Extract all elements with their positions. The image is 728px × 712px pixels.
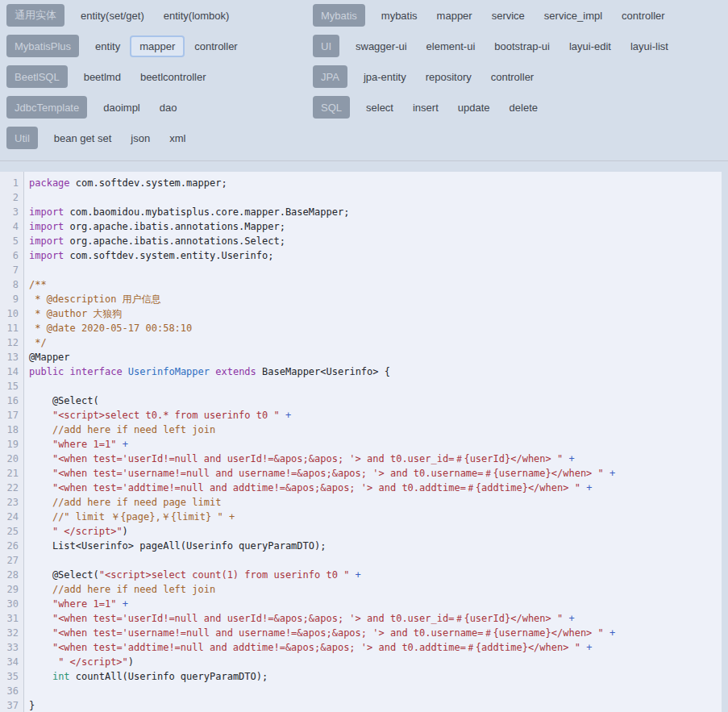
code-token: @Mapper [29,352,70,363]
template-option-mybatis[interactable]: mybatis [372,5,427,27]
code-token: + [568,453,574,464]
template-option-mapper[interactable]: mapper [427,5,482,27]
code-token [116,439,122,450]
code-token: "<when test='addtime!=null and addtime!=… [52,482,580,493]
line-number: 5 [0,234,19,248]
code-line [29,190,722,205]
line-number: 23 [0,495,19,510]
code-line: * @date 2020-05-17 00:58:10 [29,321,722,335]
template-group-util: Utilbean get setjsonxml [6,127,313,149]
line-number: 13 [0,350,19,364]
template-group-mybatisplus: MybatisPlusentitymappercontroller [6,35,313,57]
code-token: + [123,439,128,450]
code-token: /** [29,279,47,290]
template-option-jpa-entity[interactable]: jpa-entity [354,66,416,88]
template-option-bootstrap-ui[interactable]: bootstrap-ui [485,35,560,57]
line-number: 30 [0,597,19,611]
code-line [29,379,722,393]
code-token [29,439,52,450]
template-option-element-ui[interactable]: element-ui [417,35,485,57]
code-token: interface [70,366,123,377]
group-label-button-util[interactable]: Util [6,127,38,149]
tag-panel: 通用实体entity(set/get)entity(lombok)Mybatis… [0,0,728,149]
template-option-select[interactable]: select [356,97,403,119]
line-number: 18 [0,423,19,437]
code-token: int [52,671,70,682]
code-token: + [586,642,592,653]
code-token: "<script>select t0.* from userinfo t0 " [52,410,280,421]
code-token [280,410,285,421]
line-number: 2 [0,190,19,205]
template-option-repository[interactable]: repository [416,66,481,88]
template-option-mapper[interactable]: mapper [130,35,185,57]
code-line: * @author 大狼狗 [29,306,722,321]
code-token: + [568,613,574,624]
code-token: //add here if need left join [52,584,215,595]
template-option-delete[interactable]: delete [500,97,547,119]
line-number: 14 [0,364,19,379]
code-editor[interactable]: 1234567891011121314151617181920212223242… [0,172,722,712]
group-label-button-通用实体[interactable]: 通用实体 [6,4,64,27]
code-line: @Mapper [29,350,722,364]
code-line: "<when test='username!=null and username… [29,626,722,640]
code-token: @Select( [29,569,99,581]
template-group-sql: SQLselectinsertupdatedelete [313,96,728,119]
template-option-beetlcontroller[interactable]: beetlcontroller [131,66,216,88]
line-number: 10 [0,306,19,321]
line-number: 1 [0,176,19,190]
template-option-controller[interactable]: controller [612,5,674,27]
template-option-bean-get-set[interactable]: bean get set [44,127,122,149]
template-option-layui-edit[interactable]: layui-edit [560,35,621,57]
group-label-button-jpa[interactable]: JPA [313,65,347,88]
code-area[interactable]: package com.softdev.system.mapper;import… [24,172,722,712]
template-option-swagger-ui[interactable]: swagger-ui [346,35,417,57]
code-token: "<script>select count(1) from userinfo t… [99,569,350,581]
line-number: 21 [0,466,19,481]
code-token [604,468,609,479]
code-token [29,511,52,523]
line-number: 3 [0,205,19,219]
code-line [29,684,722,698]
code-token: "<when test='addtime!=null and addtime!=… [52,642,580,653]
template-option-entity-lombok[interactable]: entity(lombok) [154,5,239,27]
template-option-json[interactable]: json [121,127,160,149]
code-token: * @description 用户信息 [29,294,161,305]
template-option-dao[interactable]: dao [150,97,187,119]
code-token: } [29,700,35,711]
template-option-xml[interactable]: xml [160,127,195,149]
code-token: import [29,250,64,261]
code-token: */ [29,337,47,348]
code-token [123,366,128,377]
group-label-button-mybatis[interactable]: Mybatis [313,4,365,27]
code-line: //" limit ￥{page},￥{limit} " + [29,510,722,524]
template-option-daoimpl[interactable]: daoimpl [94,97,150,119]
code-line: @Select( [29,393,722,408]
template-option-controller[interactable]: controller [481,66,543,88]
template-option-service[interactable]: service [482,5,535,27]
code-token: + [285,410,291,421]
template-option-insert[interactable]: insert [403,97,448,119]
group-label-button-jdbctemplate[interactable]: JdbcTemplate [6,96,87,119]
template-option-entity-set-get[interactable]: entity(set/get) [71,5,154,27]
code-token: com.softdev.system.entity.Userinfo; [64,250,273,261]
template-option-update[interactable]: update [448,97,500,119]
code-token [29,642,52,653]
template-option-layui-list[interactable]: layui-list [621,35,678,57]
template-option-service-impl[interactable]: service_impl [535,5,612,27]
code-token: "<when test='username!=null and username… [52,627,604,639]
code-token: * @date 2020-05-17 00:58:10 [29,323,192,334]
template-option-controller[interactable]: controller [185,35,247,57]
group-label-button-mybatisplus[interactable]: MybatisPlus [6,35,79,57]
code-token [29,613,52,624]
template-group-jpa: JPAjpa-entityrepositorycontroller [313,65,728,88]
line-number: 19 [0,437,19,452]
code-token: ) [128,656,134,668]
template-option-entity[interactable]: entity [85,35,130,57]
template-option-beetlmd[interactable]: beetlmd [74,66,131,88]
group-label-button-beetlsql[interactable]: BeetlSQL [6,65,68,88]
code-token: //" limit ￥{page},￥{limit} " + [52,511,235,523]
code-token [29,656,58,668]
group-label-button-sql[interactable]: SQL [313,96,350,119]
code-token: " </script>" [52,526,123,537]
group-label-button-ui[interactable]: UI [313,35,339,57]
